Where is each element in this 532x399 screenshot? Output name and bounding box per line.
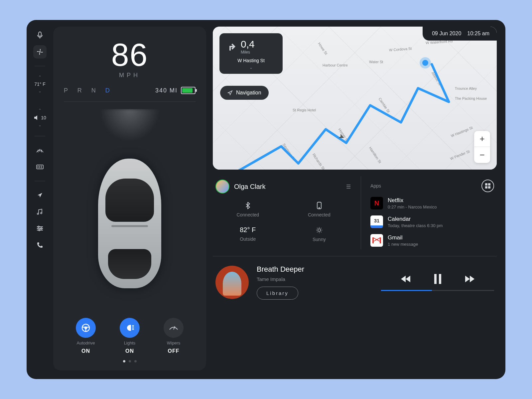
user-panel: Olga Clark ☰ Connected <box>213 176 354 249</box>
previous-button[interactable] <box>401 275 411 283</box>
wipers-icon <box>164 318 184 338</box>
apps-title: Apps <box>370 183 381 189</box>
cursor-icon <box>227 90 233 95</box>
phone-icon[interactable] <box>33 238 47 252</box>
settings-icon[interactable] <box>33 222 47 235</box>
gear-indicator: P R N D <box>64 87 114 94</box>
album-art[interactable] <box>215 266 249 299</box>
defrost-rear-icon[interactable] <box>33 160 47 174</box>
svg-point-7 <box>39 229 40 231</box>
svg-point-1 <box>39 51 41 53</box>
avatar[interactable] <box>215 180 229 194</box>
app-item-netflix[interactable]: N Netflix 0:27 min - Narcos Mexico <box>370 197 494 209</box>
svg-point-12 <box>318 229 321 231</box>
driving-panel: 86 MPH P R N D 340 MI <box>53 27 206 370</box>
speed-value: 86 <box>64 37 196 73</box>
volume-control: ⌃ 10 ⌄ <box>34 107 46 129</box>
svg-rect-2 <box>37 165 43 169</box>
sun-icon <box>316 226 323 234</box>
svg-point-6 <box>41 228 42 229</box>
turn-street: W Hasting St <box>227 58 275 63</box>
destination-dot <box>422 60 428 66</box>
autodrive-toggle[interactable]: Autodrive ON <box>76 318 96 354</box>
temp-down-button[interactable]: ⌄ <box>37 87 43 95</box>
phone-status[interactable]: Connected <box>287 201 352 217</box>
range-value: 340 MI <box>155 87 178 94</box>
temperature-control: ⌃ 71° F ⌄ <box>34 73 46 95</box>
wipers-toggle[interactable]: Wipers OFF <box>164 318 184 354</box>
volume-value: 10 <box>41 115 46 120</box>
defrost-front-icon[interactable] <box>33 144 47 157</box>
track-title: Breath Deeper <box>257 265 304 274</box>
volume-icon <box>34 115 40 121</box>
steering-wheel-icon <box>76 318 96 338</box>
turn-card[interactable]: 0,4 Miles W Hasting St ⌄ <box>219 33 283 74</box>
progress-bar[interactable] <box>381 290 494 291</box>
bluetooth-icon <box>245 201 250 209</box>
volume-up-button[interactable]: ⌃ <box>37 107 43 114</box>
apps-panel: Apps N Netflix 0:27 min - Narcos Mexico <box>368 176 497 249</box>
track-artist: Tame Impala <box>257 276 304 282</box>
menu-icon[interactable]: ☰ <box>346 184 351 190</box>
user-name: Olga Clark <box>234 183 265 191</box>
svg-point-3 <box>37 213 39 214</box>
calendar-icon: 31 <box>370 215 383 228</box>
turn-right-icon <box>227 42 236 51</box>
svg-point-5 <box>38 226 39 227</box>
zoom-in-button[interactable]: + <box>474 131 490 147</box>
app-item-gmail[interactable]: Gmail 1 new message <box>370 234 494 247</box>
app-item-calendar[interactable]: 31 Calendar Today, theatre class 6:30 pm <box>370 215 494 228</box>
page-dots[interactable] <box>64 360 196 362</box>
datetime: 09 Jun 2020 10:25 am <box>423 27 497 41</box>
zoom-control: + − <box>474 131 490 163</box>
mic-icon[interactable] <box>33 29 47 42</box>
weather-status: Sunny <box>287 226 352 242</box>
svg-point-11 <box>319 207 320 208</box>
outside-temp: 82° F Outside <box>215 226 280 242</box>
map-card[interactable]: Harbour Centre Water St W Cordova St W W… <box>213 27 497 170</box>
bluetooth-status[interactable]: Connected <box>215 201 280 217</box>
svg-rect-0 <box>39 32 41 36</box>
turn-distance: 0,4 <box>241 39 255 50</box>
netflix-icon: N <box>370 197 383 209</box>
temp-up-button[interactable]: ⌃ <box>37 73 43 81</box>
lights-toggle[interactable]: Lights ON <box>120 318 140 354</box>
volume-down-button[interactable]: ⌄ <box>37 121 43 129</box>
temperature-value: 71° F <box>34 81 46 87</box>
chevron-down-icon[interactable]: ⌄ <box>227 65 275 70</box>
svg-point-4 <box>41 212 42 214</box>
navigation-icon[interactable] <box>33 189 47 202</box>
speed-unit: MPH <box>64 72 196 79</box>
headlights-icon <box>120 318 140 338</box>
dashboard: ⌃ 71° F ⌄ ⌃ 10 ⌄ <box>27 20 505 379</box>
phone-device-icon <box>317 201 322 209</box>
music-icon[interactable] <box>33 205 47 218</box>
apps-grid-button[interactable] <box>481 180 494 192</box>
pause-button[interactable] <box>434 274 441 284</box>
battery-icon <box>181 87 196 94</box>
library-button[interactable]: Library <box>257 287 298 300</box>
next-button[interactable] <box>465 275 474 283</box>
media-player: Breath Deeper Tame Impala Library <box>213 263 497 301</box>
navigation-pill[interactable]: Navigation <box>220 86 269 100</box>
gmail-icon <box>370 234 383 247</box>
svg-point-9 <box>85 327 87 329</box>
fan-icon[interactable] <box>33 45 47 59</box>
zoom-out-button[interactable]: − <box>474 147 490 163</box>
car-visualization <box>64 109 196 315</box>
sidebar: ⌃ 71° F ⌄ ⌃ 10 ⌄ <box>27 20 53 379</box>
